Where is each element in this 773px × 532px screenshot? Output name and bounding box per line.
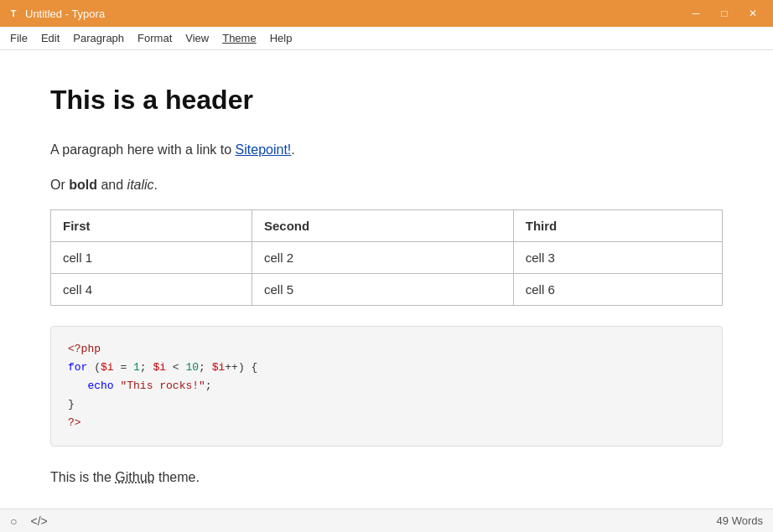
code-var-i2: $i (153, 361, 166, 374)
table-row: cell 4 cell 5 cell 6 (51, 273, 723, 305)
code-keyword-for: for (68, 361, 87, 374)
window-controls: ─ □ ✕ (682, 3, 766, 23)
code-indent (68, 380, 87, 392)
table-header-row: First Second Third (51, 209, 723, 241)
status-left: ○ </> (10, 514, 48, 528)
code-lt: < (166, 361, 185, 374)
table-cell-2-3: cell 6 (513, 273, 722, 305)
code-semi2: ; (199, 361, 212, 374)
footer-text-suffix: theme. (155, 470, 200, 484)
table-header-second: Second (252, 209, 513, 241)
table-header-first: First (51, 209, 252, 241)
code-var-i3: $i (212, 361, 226, 374)
sitepoint-link[interactable]: Sitepoint! (236, 142, 292, 157)
code-plain-2: ( (87, 361, 101, 374)
table-row: cell 1 cell 2 cell 3 (51, 241, 723, 273)
data-table: First Second Third cell 1 cell 2 cell 3 … (50, 209, 723, 306)
title-bar: T Untitled - Typora ─ □ ✕ (0, 0, 773, 27)
menu-format[interactable]: Format (131, 28, 179, 48)
code-semi3: ; (205, 380, 212, 392)
app-icon: T (7, 7, 20, 20)
table-cell-2-2: cell 5 (252, 273, 513, 305)
document-heading: This is a header (50, 84, 723, 116)
footer-paragraph: This is the Github theme. (50, 467, 723, 488)
code-block: <?php for ($i = 1; $i < 10; $i++) { echo… (50, 326, 723, 447)
code-num-1: 1 (133, 361, 140, 374)
paragraph-1-suffix: . (291, 142, 294, 157)
menu-file[interactable]: File (3, 28, 34, 48)
code-line-3: echo "This rocks!"; (68, 377, 705, 395)
table-header-third: Third (513, 209, 722, 241)
table-cell-1-3: cell 3 (513, 241, 722, 273)
menu-help[interactable]: Help (263, 28, 299, 48)
code-line-4: } (68, 395, 705, 414)
code-keyword-echo: echo (87, 380, 113, 392)
code-line-2: for ($i = 1; $i < 10; $i++) { (68, 359, 705, 377)
circle-icon[interactable]: ○ (10, 514, 17, 528)
table-cell-1-1: cell 1 (51, 241, 252, 273)
close-button[interactable]: ✕ (739, 3, 766, 23)
word-count: 49 Words (717, 514, 763, 527)
menu-theme[interactable]: Theme (215, 28, 262, 48)
code-inc: ++) { (225, 361, 257, 374)
window-title: Untitled - Typora (25, 8, 105, 20)
menu-view[interactable]: View (179, 28, 215, 48)
footer-text-prefix: This is the (50, 470, 115, 484)
code-tag-close: ?> (68, 416, 81, 429)
table-cell-2-1: cell 4 (51, 273, 252, 305)
github-link: Github (115, 470, 154, 484)
code-semi1: ; (140, 361, 153, 374)
title-bar-left: T Untitled - Typora (7, 7, 105, 20)
paragraph-2: Or bold and italic. (50, 174, 723, 196)
code-string: "This rocks!" (114, 380, 205, 392)
menu-bar: File Edit Paragraph Format View Theme He… (0, 27, 773, 50)
minimize-button[interactable]: ─ (682, 3, 709, 23)
paragraph-1: A paragraph here with a link to Sitepoin… (50, 139, 723, 161)
table-cell-1-2: cell 2 (252, 241, 513, 273)
paragraph-2-prefix: Or (50, 178, 69, 192)
code-tag-open: <?php (68, 343, 101, 355)
italic-text: italic (127, 178, 154, 192)
code-brace-close: } (68, 398, 75, 411)
code-line-1: <?php (68, 340, 705, 359)
code-num-10: 10 (185, 361, 199, 374)
code-icon[interactable]: </> (30, 514, 47, 528)
menu-paragraph[interactable]: Paragraph (66, 28, 131, 48)
paragraph-2-suffix: . (154, 178, 158, 192)
bold-text: bold (69, 178, 97, 192)
status-bar: ○ </> 49 Words (0, 509, 773, 532)
paragraph-2-mid: and (97, 178, 127, 192)
menu-edit[interactable]: Edit (34, 28, 66, 48)
paragraph-1-prefix: A paragraph here with a link to (50, 142, 236, 157)
maximize-button[interactable]: □ (711, 3, 738, 23)
code-var-i: $i (101, 361, 114, 374)
code-eq: = (114, 361, 133, 374)
content-area: This is a header A paragraph here with a… (0, 50, 773, 509)
code-line-5: ?> (68, 414, 705, 432)
